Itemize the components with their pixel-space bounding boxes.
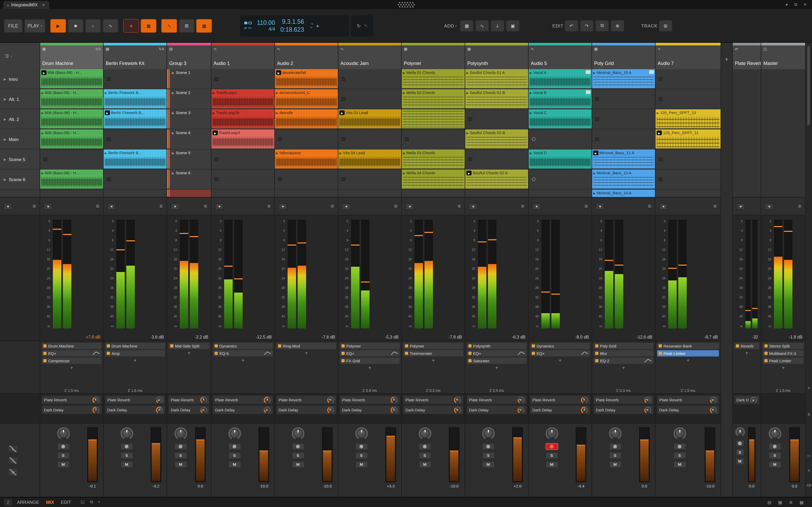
clip-slot[interactable] — [275, 129, 338, 150]
clip[interactable]: ▶120_Perc_SPFT_13 — [656, 109, 720, 128]
send-item[interactable]: Dark Delay — [276, 406, 336, 414]
add-device-button[interactable]: + — [167, 350, 211, 356]
send-knob[interactable] — [454, 396, 461, 403]
device-item[interactable]: Peak Limiter — [763, 357, 804, 364]
track-header[interactable]: ∿Audio 7 — [656, 43, 720, 69]
device-enable-dot[interactable] — [107, 352, 110, 355]
send-item[interactable]: Plate Reverb — [403, 396, 463, 404]
clip-slot[interactable] — [656, 69, 720, 89]
clip[interactable]: ▶125_Perc_SPFT_11 — [656, 129, 720, 149]
device-item[interactable]: Dynamics — [213, 343, 273, 349]
device-item[interactable]: Saturator — [467, 357, 526, 364]
stop-clips-button[interactable]: ■ — [765, 203, 773, 209]
device-item[interactable]: Polysynth — [467, 343, 526, 349]
solo-button[interactable]: S — [735, 449, 744, 456]
arm-button[interactable] — [673, 443, 686, 450]
clip-slot[interactable] — [338, 89, 401, 109]
send-item[interactable]: Plate Reverb — [105, 396, 165, 404]
group-scene-slot[interactable]: ▶Scene 5 — [167, 150, 211, 170]
device-item[interactable]: Ring-Mod — [276, 343, 336, 349]
track-header[interactable]: ▦Poly Grid — [592, 43, 655, 69]
send-item[interactable]: Dark Delay — [594, 406, 653, 414]
stop-button[interactable]: ■ — [68, 19, 84, 33]
group-scene-slot[interactable]: ▶Scene 2 — [167, 89, 211, 109]
volume-fader[interactable] — [322, 427, 333, 482]
device-item[interactable]: Multiband FX-3 — [763, 350, 804, 356]
device-item[interactable]: FX Grid — [340, 357, 400, 364]
send-item[interactable]: Plate Reverb — [213, 396, 273, 404]
clip[interactable]: ▶Mella 02 Chords — [402, 89, 465, 108]
clip-slot[interactable] — [338, 170, 401, 189]
solo-button[interactable]: S — [174, 452, 187, 459]
pan-knob[interactable] — [418, 427, 431, 440]
play-button[interactable]: ▶ — [50, 19, 66, 33]
send-item[interactable]: Dark Delay — [657, 406, 719, 414]
stop-clips-button[interactable]: ■ — [659, 203, 668, 209]
arm-button[interactable] — [418, 443, 431, 450]
pan-knob[interactable] — [482, 427, 495, 440]
clip[interactable]: ▶808 (Bass-08) - H... — [40, 69, 103, 88]
stop-clips-button[interactable]: ■ — [469, 203, 477, 209]
clip-slot[interactable]: ▶Vocal D — [529, 150, 592, 170]
scene-stack-icon[interactable]: ≣ — [33, 204, 36, 209]
stop-clips-button[interactable]: ■ — [278, 203, 287, 209]
clip-slot[interactable]: ▶TrashLoop1 — [211, 89, 274, 109]
group-scene-slot[interactable]: ▶Scene 1 — [167, 69, 211, 89]
tab-edit[interactable]: EDIT — [61, 500, 71, 505]
volume-fader[interactable] — [258, 427, 269, 482]
punch-out-icon[interactable]: ⇤ — [310, 25, 313, 29]
clip-slot[interactable]: ▶Minimal_Bass_12 A — [592, 150, 655, 170]
track-header[interactable]: ▦Polymer — [402, 43, 465, 69]
scene-stack-icon[interactable]: ≣ — [331, 204, 334, 209]
position-display[interactable]: 9.3.1.56 — [281, 18, 304, 25]
record-button[interactable]: ○ — [85, 19, 101, 33]
scene-stack-icon[interactable]: ≣ — [159, 204, 163, 209]
project-tab[interactable]: ▸ IntegratedMIX ✕ — [3, 1, 49, 9]
rail-icon-4[interactable]: AB — [806, 483, 812, 487]
clip-slot[interactable] — [338, 69, 401, 89]
send-knob[interactable] — [156, 396, 163, 403]
send-knob[interactable] — [645, 406, 651, 413]
add-device-button[interactable]: + — [656, 357, 720, 364]
device-item[interactable]: Polymer — [340, 343, 400, 349]
clip-slot[interactable]: ▶TrashLoop3 — [211, 129, 274, 150]
send-item[interactable]: Plate Reverb — [657, 396, 719, 404]
send-knob[interactable] — [517, 396, 524, 403]
track-header[interactable]: ▦Polysynth — [465, 43, 528, 69]
group-scene-slot[interactable]: ▶Scene 3 — [167, 109, 211, 129]
mute-button[interactable]: M — [735, 458, 744, 465]
solo-button[interactable]: S — [482, 452, 495, 459]
clip[interactable]: ▶Soulful Chords 02 A — [465, 170, 528, 188]
tempo-display[interactable]: 110.00 — [257, 19, 275, 26]
add-audio-track-button[interactable]: ∿ — [475, 20, 489, 32]
add-instrument-track-button[interactable]: ▦ — [460, 20, 474, 32]
solo-button[interactable]: S — [545, 452, 558, 459]
clip-slot[interactable]: ▶808 (Bass-08) - H... — [40, 170, 103, 189]
device-enable-dot[interactable] — [215, 344, 218, 347]
loop-icon[interactable]: ↻ — [357, 23, 361, 28]
volume-fader[interactable] — [639, 427, 650, 482]
device-item[interactable]: EQ+ — [42, 350, 101, 356]
arm-button[interactable] — [482, 443, 495, 450]
clip-slot[interactable]: ▶deceleratefall — [275, 69, 338, 89]
device-enable-dot[interactable] — [468, 344, 471, 347]
solo-button[interactable]: S — [673, 452, 686, 459]
clip[interactable]: ▶Soulful Chords 02 B — [465, 129, 528, 149]
add-device-button[interactable]: + — [465, 365, 528, 371]
send-knob[interactable] — [645, 396, 651, 403]
add-device-button[interactable]: + — [275, 350, 338, 356]
mute-button[interactable]: M — [482, 461, 495, 468]
scene-stack-icon[interactable]: ≣ — [798, 204, 801, 209]
rail-icon-0[interactable]: ▾ — [806, 386, 812, 390]
scene-launch-button[interactable]: ▶Scene 5 — [0, 150, 40, 170]
device-enable-dot[interactable] — [43, 344, 47, 347]
device-item[interactable]: Treemonster — [403, 350, 463, 356]
clip[interactable]: ▶Vocal D — [529, 150, 592, 168]
scene-stack-icon[interactable]: ≣ — [713, 204, 717, 209]
launcher-record-button[interactable]: ▦ — [196, 19, 212, 33]
send-item[interactable]: Dark Delay — [530, 406, 590, 414]
send-knob[interactable] — [93, 406, 99, 413]
track-header[interactable]: ⇌Plate Reverb — [733, 43, 761, 69]
window-restore-icon[interactable]: ⧉ — [794, 2, 797, 7]
add-device-button[interactable]: + — [761, 365, 805, 371]
